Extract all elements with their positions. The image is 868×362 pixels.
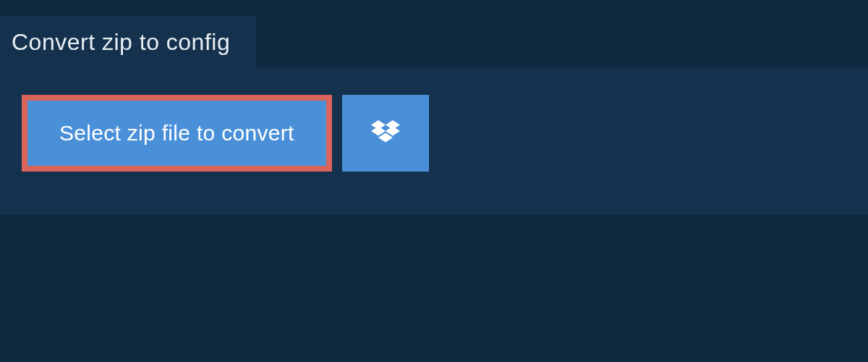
select-file-label: Select zip file to convert <box>59 121 294 146</box>
tab-bar: Convert zip to config <box>0 0 868 69</box>
select-file-button[interactable]: Select zip file to convert <box>22 95 332 172</box>
tab-title: Convert zip to config <box>12 29 230 55</box>
dropbox-button[interactable] <box>342 95 429 172</box>
dropbox-icon <box>371 120 400 146</box>
content-panel: Select zip file to convert <box>0 69 868 215</box>
tab-convert-zip[interactable]: Convert zip to config <box>0 16 256 69</box>
